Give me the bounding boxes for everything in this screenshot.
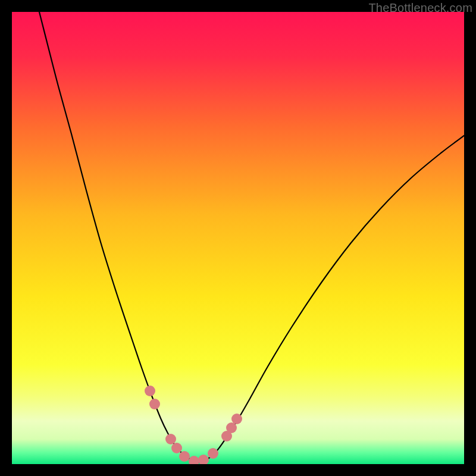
marker-point (208, 448, 218, 459)
marker-point (165, 434, 176, 444)
marker-point (179, 451, 190, 462)
marker-point (171, 443, 182, 453)
chart-frame (12, 12, 464, 464)
marker-point (226, 422, 237, 433)
marker-point (149, 399, 160, 409)
marker-point (231, 414, 242, 424)
marker-point (145, 386, 155, 396)
gradient-background (12, 12, 464, 464)
watermark-text: TheBottleneck.com (368, 1, 472, 15)
bottleneck-chart (12, 12, 464, 464)
